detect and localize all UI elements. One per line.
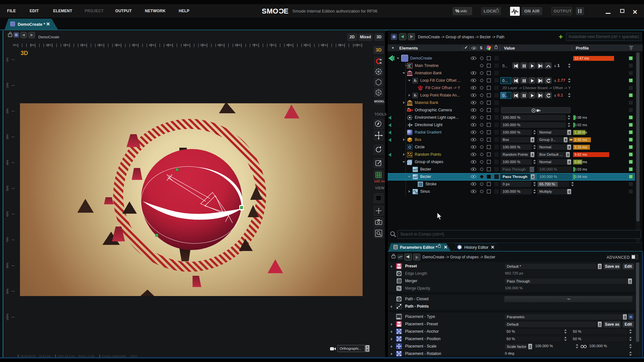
svg-text:35%: 35% [132, 43, 137, 47]
svg-text:55%: 55% [200, 43, 206, 47]
svg-text:95%: 95% [338, 43, 344, 47]
svg-text:60%: 60% [6, 211, 9, 217]
svg-text:30%: 30% [6, 134, 9, 139]
svg-text:60%: 60% [218, 43, 223, 47]
svg-text:45%: 45% [166, 43, 172, 47]
svg-text:0%: 0% [6, 57, 9, 61]
svg-text:20%: 20% [6, 108, 9, 114]
svg-text:25%: 25% [97, 43, 103, 47]
svg-text:65%: 65% [235, 43, 241, 47]
svg-text:90%: 90% [321, 43, 327, 47]
svg-text:100%: 100% [354, 43, 361, 47]
svg-text:10%: 10% [6, 82, 9, 88]
svg-text:50%: 50% [6, 185, 9, 191]
svg-text:70%: 70% [252, 43, 258, 47]
svg-text:40%: 40% [6, 160, 9, 165]
svg-text:85%: 85% [304, 43, 309, 47]
svg-text:20%: 20% [80, 43, 86, 47]
svg-text:75%: 75% [269, 43, 275, 47]
svg-text:5%: 5% [30, 43, 34, 47]
svg-text:80%: 80% [6, 263, 9, 268]
svg-text:90%: 90% [6, 288, 9, 294]
svg-text:50%: 50% [183, 43, 189, 47]
svg-text:30%: 30% [114, 43, 120, 47]
svg-text:80%: 80% [286, 43, 292, 47]
svg-text:40%: 40% [149, 43, 155, 47]
svg-text:10%: 10% [46, 43, 52, 47]
svg-text:70%: 70% [6, 237, 9, 242]
svg-text:100%: 100% [6, 313, 9, 320]
svg-text:15%: 15% [63, 43, 69, 47]
